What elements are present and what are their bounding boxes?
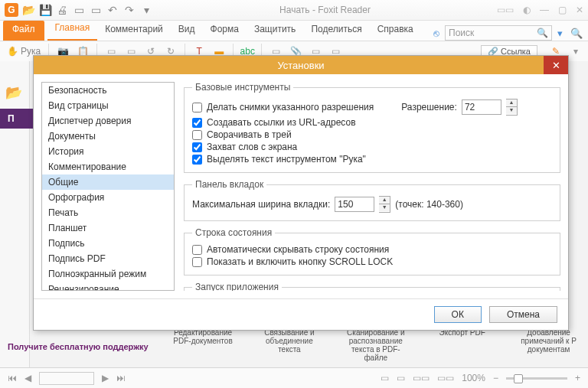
max-width-spinner[interactable]: ▲▼ — [379, 196, 390, 213]
chk-links[interactable] — [192, 118, 202, 128]
cat-history[interactable]: История — [42, 144, 174, 159]
group-startup-legend: Запуск приложения — [192, 282, 282, 291]
cat-page-view[interactable]: Вид страницы — [42, 98, 174, 113]
cat-spell[interactable]: Орфография — [42, 190, 174, 205]
chk-tray[interactable] — [192, 130, 202, 140]
spin-down-icon[interactable]: ▼ — [506, 107, 517, 114]
minimize-icon[interactable]: — — [540, 5, 549, 15]
more-icon[interactable]: ▾ — [570, 45, 582, 57]
chk-capture[interactable] — [192, 142, 202, 152]
chk-autohide[interactable] — [192, 245, 202, 255]
view-single-icon[interactable]: ▭ — [381, 373, 389, 383]
folder-icon[interactable]: 📂 — [5, 84, 24, 103]
skin-icon[interactable]: ◐ — [523, 5, 531, 15]
group-status-legend: Строка состояния — [192, 227, 275, 238]
spin-down-icon[interactable]: ▼ — [379, 204, 390, 211]
search-menu-icon[interactable]: ▾ — [555, 28, 565, 39]
cat-tablet[interactable]: Планшет — [42, 220, 174, 236]
save-icon[interactable]: 💾 — [38, 3, 52, 17]
pages-icon[interactable]: ▭ — [89, 3, 103, 17]
search-placeholder: Поиск — [449, 28, 474, 38]
thumb-edit[interactable]: РедактированиеPDF-документов — [172, 328, 235, 345]
lbl-scrolllock: Показать и включить кнопку SCROLL LOCK — [207, 256, 393, 267]
page-icon[interactable]: ▭ — [72, 3, 86, 17]
ribbon-tabs: Файл Главная Комментарий Вид Форма Защит… — [0, 21, 588, 41]
tab-help[interactable]: Справка — [370, 21, 421, 41]
dialog-close-button[interactable]: ✕ — [544, 56, 568, 74]
prev-page-icon[interactable]: ◀ — [24, 373, 31, 383]
online-search-icon[interactable]: 🔍 — [568, 28, 585, 39]
cat-security[interactable]: Безопасность — [42, 83, 174, 98]
chk-hand-select[interactable] — [192, 155, 202, 165]
resolution-input[interactable]: 72 — [462, 99, 501, 115]
max-width-input[interactable]: 150 — [335, 197, 374, 212]
close-icon: ✕ — [552, 60, 560, 71]
window-controls: ▭▭ ◐ — ▢ ✕ — [497, 5, 583, 15]
lbl-links: Создавать ссылки из URL-адресов — [207, 117, 356, 128]
quick-access-toolbar: G 📂 💾 🖨 ▭ ▭ ↶ ↷ ▾ — [5, 3, 153, 17]
category-list[interactable]: Безопасность Вид страницы Диспетчер дове… — [41, 82, 175, 291]
spin-up-icon[interactable]: ▲ — [506, 99, 517, 107]
cat-trust[interactable]: Диспетчер доверия — [42, 113, 174, 129]
chk-scrolllock[interactable] — [192, 257, 202, 267]
cat-signature[interactable]: Подпись — [42, 236, 174, 251]
tab-comment[interactable]: Комментарий — [97, 21, 171, 41]
dialog-footer: ОК Отмена — [34, 298, 568, 330]
open-icon[interactable]: 📂 — [21, 3, 35, 17]
undo-icon[interactable]: ↶ — [106, 3, 119, 17]
sidebar: 📂 — [0, 61, 30, 368]
ok-button[interactable]: ОК — [434, 306, 482, 323]
zoom-value: 100% — [462, 373, 485, 383]
dialog-titlebar: Установки ✕ — [34, 56, 568, 74]
thumb-scan[interactable]: Сканирование ираспознаваниетекста в PDF-… — [344, 328, 407, 362]
zoom-slider[interactable] — [506, 377, 567, 380]
thumb-notes[interactable]: Добавлениепримечаний к Pдокументам — [517, 328, 580, 354]
lbl-tray: Сворачивать в трей — [207, 129, 292, 140]
tab-protect[interactable]: Защитить — [247, 21, 303, 41]
print-icon[interactable]: 🖨 — [55, 3, 69, 17]
tab-share[interactable]: Поделиться — [303, 21, 369, 41]
zoom-in-icon[interactable]: + — [575, 373, 580, 383]
zoom-out-icon[interactable]: − — [493, 373, 498, 383]
ribbon-mode-icon[interactable]: ▭▭ — [497, 5, 514, 15]
search-input[interactable]: Поиск 🔍 — [445, 25, 552, 41]
lbl-max-width: Максимальная ширина вкладки: — [192, 199, 330, 210]
maximize-icon[interactable]: ▢ — [558, 5, 567, 15]
first-page-icon[interactable]: ⏮ — [8, 373, 17, 383]
close-icon[interactable]: ✕ — [576, 5, 583, 15]
cat-review[interactable]: Рецензирование — [42, 282, 174, 291]
find-prev-icon[interactable]: ⎋ — [431, 28, 442, 39]
group-startup: Запуск приложения Показывать стартовую с… — [184, 282, 560, 291]
lbl-snapshot: Делать снимки указанного разрешения — [207, 102, 374, 112]
cat-sig-pdf[interactable]: Подпись PDF — [42, 251, 174, 266]
group-tabs: Панель вкладок Максимальная ширина вклад… — [184, 179, 560, 221]
group-basic: Базовые инструменты Делать снимки указан… — [184, 82, 560, 173]
chk-snapshot[interactable] — [192, 103, 202, 112]
view-facing-icon[interactable]: ▭▭ — [413, 373, 430, 383]
file-tab[interactable]: Файл — [3, 21, 44, 41]
cat-documents[interactable]: Документы — [42, 129, 174, 144]
view-cont-icon[interactable]: ▭ — [397, 373, 405, 383]
last-page-icon[interactable]: ⏭ — [116, 373, 126, 383]
spin-up-icon[interactable]: ▲ — [379, 197, 390, 204]
cat-print[interactable]: Печать — [42, 205, 174, 220]
next-page-icon[interactable]: ▶ — [102, 373, 109, 383]
redo-icon[interactable]: ↷ — [122, 3, 136, 17]
promo-text[interactable]: Получите бесплатную поддержку — [8, 342, 149, 351]
page-field[interactable] — [39, 372, 94, 385]
dropdown-icon[interactable]: ▾ — [139, 3, 153, 17]
cat-fullscreen[interactable]: Полноэкранный режим — [42, 266, 174, 282]
view-cont-facing-icon[interactable]: ▭▭ — [437, 373, 454, 383]
tab-form[interactable]: Форма — [203, 21, 247, 41]
resolution-spinner[interactable]: ▲▼ — [506, 99, 518, 116]
lbl-width-hint: (точек: 140-360) — [395, 199, 463, 210]
tab-view[interactable]: Вид — [171, 21, 203, 41]
thumb-combine[interactable]: Связывание иобъединениетекста — [257, 328, 321, 354]
lbl-hand-select: Выделять текст инструментом "Рука" — [207, 154, 366, 165]
cat-commenting[interactable]: Комментирование — [42, 159, 174, 174]
cancel-button[interactable]: Отмена — [489, 306, 557, 323]
lbl-capture: Захват слов с экрана — [207, 142, 297, 152]
tab-home[interactable]: Главная — [47, 19, 98, 41]
cat-general[interactable]: Общие — [42, 174, 174, 190]
group-tabs-legend: Панель вкладок — [192, 179, 266, 190]
